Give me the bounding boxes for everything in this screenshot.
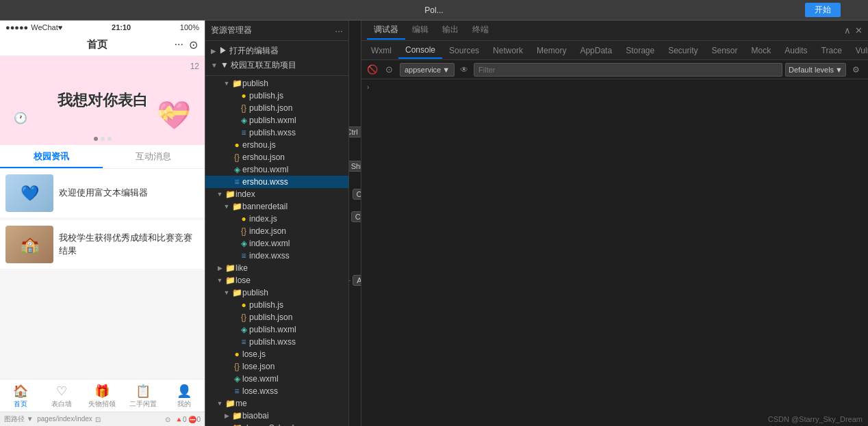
open-editors-toggle[interactable]: ▶ ▶ 打开的编辑器 xyxy=(205,44,348,58)
tree-item[interactable]: ▼ 📁 lose xyxy=(205,274,348,287)
banner-heart: 💝 xyxy=(157,99,191,131)
bottom-nav-confess[interactable]: ♡ 表白墙 xyxy=(41,382,82,410)
devtools-tab-trace[interactable]: Trace xyxy=(815,43,849,58)
devtools-tab-audits[interactable]: Audits xyxy=(778,43,814,58)
preserve-log-btn[interactable]: ⊙ xyxy=(381,62,397,78)
debug-tab-调试器[interactable]: 调试器 xyxy=(367,21,405,40)
eye-icon[interactable]: ⊙ xyxy=(165,416,170,423)
file-label: publish.js xyxy=(249,91,348,101)
start-button[interactable]: 开始 xyxy=(805,3,841,17)
file-label: ershou.json xyxy=(242,152,348,162)
tree-item[interactable]: ◈ publish.wxml xyxy=(205,114,348,127)
bottom-nav-mine[interactable]: 👤 我的 xyxy=(164,382,205,410)
file-panel: 资源管理器 ··· ▶ ▶ 打开的编辑器 ▼ ▼ 校园互联互助项目 ▼ xyxy=(205,21,349,426)
file-label: publish.wxml xyxy=(249,325,348,334)
nav-scan-icon[interactable]: ⊙ xyxy=(189,38,198,51)
bottom-nav-home[interactable]: 🏠 首页 xyxy=(0,382,41,410)
editor-panel: 在打开的文件之间切换Ctrl+1~9在文件中查找Ctrl+Shift+F切换终端… xyxy=(349,21,361,426)
tab-campus-news[interactable]: 校园资讯 xyxy=(0,145,103,168)
phone-path-bar: 图路径 ▼ pages/index/index ⊡ ⊙ 🔺0 ⛔0 xyxy=(0,412,205,426)
debug-minimize-icon[interactable]: ∧ xyxy=(844,25,851,36)
devtools-tab-sensor[interactable]: Sensor xyxy=(705,43,745,58)
phone-banner: 我想对你表白 💝 🕐 12 xyxy=(0,56,205,145)
tree-item[interactable]: ≡ lose.wxss xyxy=(205,385,348,397)
debug-tab-编辑[interactable]: 编辑 xyxy=(405,21,435,40)
more-icon[interactable]: ··· xyxy=(335,25,343,36)
file-type-icon: ◈ xyxy=(238,116,249,125)
tree-item[interactable]: {} publish.json xyxy=(205,311,348,323)
clear-console-btn[interactable]: 🚫 xyxy=(364,62,381,78)
path-copy-icon[interactable]: ⊡ xyxy=(95,416,101,423)
tree-item[interactable]: ▶ 📁 biaobai xyxy=(205,410,348,422)
tab-interaction[interactable]: 互动消息 xyxy=(103,145,205,168)
devtools-tab-wxml[interactable]: Wxml xyxy=(364,43,398,58)
tree-arrow: ▼ xyxy=(215,191,225,198)
tree-item[interactable]: ● publish.js xyxy=(205,299,348,311)
expand-project: ▼ xyxy=(211,62,218,69)
filter-eye-btn[interactable]: 👁 xyxy=(457,63,471,77)
devtools-tab-appdata[interactable]: AppData xyxy=(573,43,619,58)
lost-icon: 🎁 xyxy=(94,384,110,399)
devtools-tab-security[interactable]: Security xyxy=(661,43,704,58)
debug-tab-终端[interactable]: 终端 xyxy=(465,21,496,40)
devtools-tab-storage[interactable]: Storage xyxy=(619,43,661,58)
tree-item[interactable]: ● lose.js xyxy=(205,348,348,360)
tree-item[interactable]: ● publish.js xyxy=(205,90,348,102)
file-label: publish.js xyxy=(249,300,348,310)
banner-dot-3 xyxy=(107,137,112,141)
tree-item[interactable]: ● index.js xyxy=(205,213,348,225)
devtools-tab-memory[interactable]: Memory xyxy=(530,43,573,58)
tree-item[interactable]: ▼ 📁 bannerdetail xyxy=(205,200,348,213)
tree-item[interactable]: ◈ ershou.wxml xyxy=(205,163,348,176)
tree-item[interactable]: ≡ index.wxss xyxy=(205,250,348,262)
debug-tabs-bar: 调试器编辑输出终端 ∧ ✕ xyxy=(361,21,868,41)
file-label: chooseSchool xyxy=(242,423,348,426)
filter-input[interactable] xyxy=(474,63,782,77)
phone-battery: 100% xyxy=(180,23,199,31)
devtools-tab-vulnerability[interactable]: Vulnerability xyxy=(849,43,868,58)
tree-item[interactable]: ◈ lose.wxml xyxy=(205,373,348,385)
console-settings-btn[interactable]: ⚙ xyxy=(849,63,863,77)
tree-item[interactable]: ≡ ershou.wxss xyxy=(205,176,348,188)
file-tree: ▼ 📁 publish ● publish.js {} publish.json… xyxy=(205,76,348,426)
debug-tab-输出[interactable]: 输出 xyxy=(435,21,465,40)
file-label: ershou.js xyxy=(242,140,348,150)
file-label: publish xyxy=(242,288,348,297)
file-type-icon: ◈ xyxy=(238,325,249,334)
file-label: biaobai xyxy=(242,411,348,421)
devtools-tab-mock[interactable]: Mock xyxy=(745,43,778,58)
tree-item[interactable]: ▼ 📁 publish xyxy=(205,287,348,299)
devtools-tab-console[interactable]: Console xyxy=(398,42,442,59)
tree-item[interactable]: ◈ index.wxml xyxy=(205,237,348,250)
project-root-toggle[interactable]: ▼ ▼ 校园互联互助项目 xyxy=(205,58,348,72)
level-select[interactable]: Default levels ▼ xyxy=(785,63,846,77)
file-type-icon: ◈ xyxy=(238,239,249,248)
tree-item[interactable]: ≡ publish.wxss xyxy=(205,127,348,139)
tree-item[interactable]: ▼ 📁 publish xyxy=(205,77,348,90)
shortcut-keys-2: Ctrl+` xyxy=(353,189,361,200)
bottom-nav-lost[interactable]: 🎁 失物招领 xyxy=(82,382,123,410)
tree-item[interactable]: {} publish.json xyxy=(205,102,348,114)
top-bar-title: Pol... xyxy=(424,5,443,15)
bottom-nav-secondhand[interactable]: 📋 二手闲置 xyxy=(123,382,164,410)
tree-item[interactable]: ● ershou.js xyxy=(205,139,348,151)
tree-item[interactable]: {} lose.json xyxy=(205,360,348,373)
tree-item[interactable]: {} ershou.json xyxy=(205,151,348,163)
debug-close-icon[interactable]: ✕ xyxy=(855,25,863,36)
news-item-1[interactable]: 💙 欢迎使用富文本编辑器 xyxy=(0,169,205,217)
devtools-tab-sources[interactable]: Sources xyxy=(442,43,486,58)
nav-more-icon[interactable]: ··· xyxy=(175,38,183,51)
news-item-2[interactable]: 🏫 我校学生获得优秀成绩和比赛竞赛结果 xyxy=(0,220,205,269)
appservice-select[interactable]: appservice ▼ xyxy=(400,63,455,77)
tree-item[interactable]: ▼ 📁 me xyxy=(205,397,348,410)
tree-item[interactable]: {} index.json xyxy=(205,225,348,237)
tree-item[interactable]: ≡ publish.wxss xyxy=(205,336,348,348)
devtools-tab-network[interactable]: Network xyxy=(486,43,530,58)
tree-item[interactable]: ▶ 📁 like xyxy=(205,262,348,274)
tree-item[interactable]: ▶ 📁 chooseSchool xyxy=(205,422,348,426)
tree-item[interactable]: ◈ publish.wxml xyxy=(205,323,348,336)
key-badge: Ctrl xyxy=(351,211,361,222)
phone-status-bar: ●●●●● WeChat♥ 21:10 100% xyxy=(0,21,205,34)
file-type-icon: ◈ xyxy=(231,165,242,174)
tree-item[interactable]: ▼ 📁 index xyxy=(205,188,348,200)
